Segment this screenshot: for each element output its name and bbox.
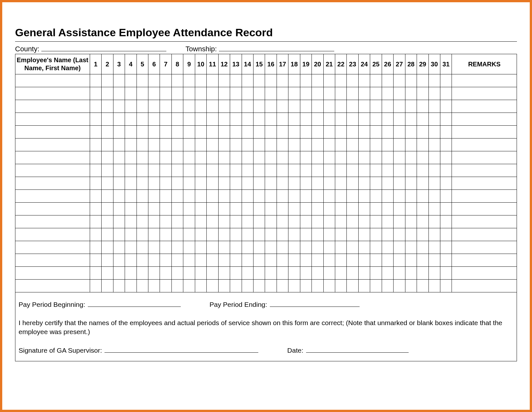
name-cell[interactable] [15,203,90,215]
day-cell[interactable] [183,228,195,241]
day-cell[interactable] [300,190,312,203]
day-cell[interactable] [90,164,101,177]
day-cell[interactable] [358,139,370,151]
day-cell[interactable] [253,164,265,177]
day-cell[interactable] [148,164,160,177]
day-cell[interactable] [323,203,335,215]
day-cell[interactable] [347,203,358,215]
day-cell[interactable] [113,113,125,126]
day-cell[interactable] [428,139,440,151]
day-cell[interactable] [113,139,125,151]
day-cell[interactable] [207,139,218,151]
day-cell[interactable] [242,126,253,139]
day-cell[interactable] [358,203,370,215]
day-cell[interactable] [137,190,148,203]
day-cell[interactable] [207,100,218,113]
day-cell[interactable] [300,280,312,292]
day-cell[interactable] [347,164,358,177]
day-cell[interactable] [288,74,300,87]
day-cell[interactable] [440,177,452,190]
day-cell[interactable] [137,164,148,177]
day-cell[interactable] [300,126,312,139]
day-cell[interactable] [347,74,358,87]
day-cell[interactable] [253,139,265,151]
day-cell[interactable] [207,177,218,190]
day-cell[interactable] [370,228,382,241]
day-cell[interactable] [207,151,218,164]
day-cell[interactable] [288,87,300,100]
day-cell[interactable] [405,139,417,151]
day-cell[interactable] [207,190,218,203]
day-cell[interactable] [394,228,405,241]
name-cell[interactable] [15,126,90,139]
day-cell[interactable] [417,87,428,100]
name-cell[interactable] [15,100,90,113]
day-cell[interactable] [300,228,312,241]
day-cell[interactable] [90,280,101,292]
day-cell[interactable] [265,126,277,139]
day-cell[interactable] [195,254,206,267]
day-cell[interactable] [428,228,440,241]
day-cell[interactable] [347,177,358,190]
day-cell[interactable] [242,139,253,151]
day-cell[interactable] [183,254,195,267]
day-cell[interactable] [242,177,253,190]
day-cell[interactable] [148,267,160,280]
day-cell[interactable] [207,164,218,177]
day-cell[interactable] [382,87,393,100]
day-cell[interactable] [171,177,183,190]
day-cell[interactable] [394,215,405,228]
day-cell[interactable] [242,113,253,126]
day-cell[interactable] [171,215,183,228]
day-cell[interactable] [358,241,370,254]
day-cell[interactable] [195,267,206,280]
day-cell[interactable] [90,254,101,267]
pay-end-input-line[interactable] [270,299,360,307]
day-cell[interactable] [148,254,160,267]
day-cell[interactable] [335,126,347,139]
day-cell[interactable] [440,100,452,113]
day-cell[interactable] [347,87,358,100]
day-cell[interactable] [218,267,230,280]
day-cell[interactable] [218,215,230,228]
day-cell[interactable] [218,139,230,151]
remarks-cell[interactable] [452,164,517,177]
day-cell[interactable] [148,126,160,139]
day-cell[interactable] [230,74,242,87]
day-cell[interactable] [417,190,428,203]
day-cell[interactable] [288,126,300,139]
day-cell[interactable] [207,203,218,215]
day-cell[interactable] [288,254,300,267]
day-cell[interactable] [137,280,148,292]
day-cell[interactable] [440,87,452,100]
day-cell[interactable] [358,164,370,177]
day-cell[interactable] [90,113,101,126]
day-cell[interactable] [171,87,183,100]
day-cell[interactable] [137,177,148,190]
day-cell[interactable] [288,190,300,203]
day-cell[interactable] [207,228,218,241]
day-cell[interactable] [113,280,125,292]
day-cell[interactable] [195,215,206,228]
day-cell[interactable] [358,100,370,113]
day-cell[interactable] [125,126,137,139]
day-cell[interactable] [253,241,265,254]
day-cell[interactable] [405,267,417,280]
day-cell[interactable] [394,164,405,177]
day-cell[interactable] [358,126,370,139]
day-cell[interactable] [277,126,288,139]
day-cell[interactable] [440,126,452,139]
day-cell[interactable] [394,177,405,190]
day-cell[interactable] [358,87,370,100]
day-cell[interactable] [242,280,253,292]
day-cell[interactable] [312,254,323,267]
day-cell[interactable] [428,241,440,254]
day-cell[interactable] [323,151,335,164]
day-cell[interactable] [102,267,113,280]
day-cell[interactable] [113,164,125,177]
day-cell[interactable] [102,164,113,177]
day-cell[interactable] [137,151,148,164]
day-cell[interactable] [312,215,323,228]
day-cell[interactable] [137,241,148,254]
day-cell[interactable] [288,151,300,164]
